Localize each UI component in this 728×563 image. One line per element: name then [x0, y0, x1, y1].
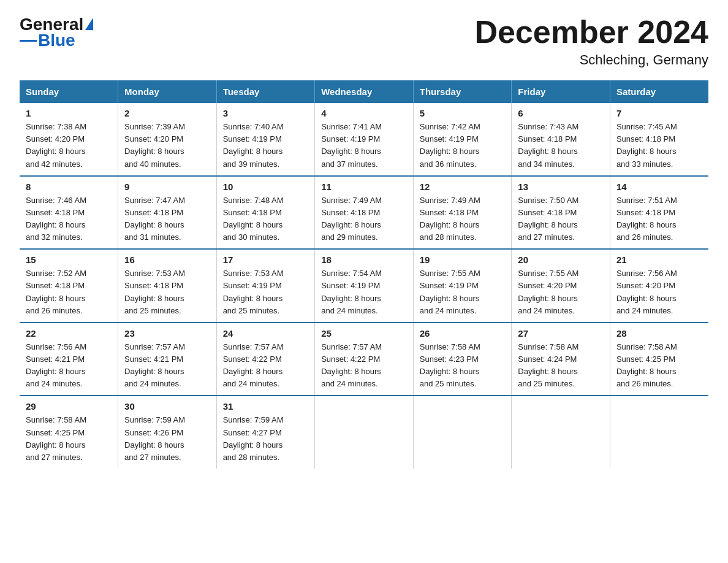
day-number: 23: [124, 328, 210, 339]
calendar-cell: 25Sunrise: 7:57 AM Sunset: 4:22 PM Dayli…: [315, 323, 414, 396]
day-number: 11: [321, 182, 407, 192]
day-number: 18: [321, 255, 407, 265]
day-number: 8: [26, 182, 112, 192]
day-info: Sunrise: 7:55 AM Sunset: 4:19 PM Dayligh…: [420, 267, 506, 317]
calendar-subtitle: Schleching, Germany: [474, 52, 708, 68]
calendar-table: SundayMondayTuesdayWednesdayThursdayFrid…: [20, 80, 708, 469]
day-info: Sunrise: 7:46 AM Sunset: 4:18 PM Dayligh…: [26, 194, 112, 244]
day-number: 9: [124, 182, 210, 192]
calendar-week-row: 29Sunrise: 7:58 AM Sunset: 4:25 PM Dayli…: [20, 396, 708, 469]
day-info: Sunrise: 7:38 AM Sunset: 4:20 PM Dayligh…: [26, 121, 112, 170]
calendar-cell: 10Sunrise: 7:48 AM Sunset: 4:18 PM Dayli…: [216, 176, 315, 250]
day-info: Sunrise: 7:43 AM Sunset: 4:18 PM Dayligh…: [518, 121, 604, 170]
calendar-cell: 31Sunrise: 7:59 AM Sunset: 4:27 PM Dayli…: [216, 396, 315, 469]
day-info: Sunrise: 7:53 AM Sunset: 4:18 PM Dayligh…: [124, 267, 210, 317]
day-info: Sunrise: 7:55 AM Sunset: 4:20 PM Dayligh…: [518, 267, 604, 317]
calendar-week-row: 15Sunrise: 7:52 AM Sunset: 4:18 PM Dayli…: [20, 249, 708, 323]
day-info: Sunrise: 7:57 AM Sunset: 4:21 PM Dayligh…: [124, 341, 210, 391]
day-number: 27: [518, 328, 604, 339]
day-info: Sunrise: 7:49 AM Sunset: 4:18 PM Dayligh…: [420, 194, 506, 244]
page-header: General Blue December 2024 Schleching, G…: [20, 15, 708, 68]
calendar-cell: 21Sunrise: 7:56 AM Sunset: 4:20 PM Dayli…: [610, 249, 708, 323]
day-info: Sunrise: 7:48 AM Sunset: 4:18 PM Dayligh…: [223, 194, 309, 244]
day-info: Sunrise: 7:45 AM Sunset: 4:18 PM Dayligh…: [616, 121, 702, 170]
calendar-cell: 16Sunrise: 7:53 AM Sunset: 4:18 PM Dayli…: [118, 249, 217, 323]
calendar-title: December 2024: [474, 15, 708, 50]
day-info: Sunrise: 7:57 AM Sunset: 4:22 PM Dayligh…: [223, 341, 309, 391]
calendar-cell: [512, 396, 610, 469]
day-info: Sunrise: 7:58 AM Sunset: 4:25 PM Dayligh…: [26, 414, 112, 464]
calendar-cell: 9Sunrise: 7:47 AM Sunset: 4:18 PM Daylig…: [118, 176, 217, 250]
calendar-cell: 18Sunrise: 7:54 AM Sunset: 4:19 PM Dayli…: [315, 249, 414, 323]
day-info: Sunrise: 7:54 AM Sunset: 4:19 PM Dayligh…: [321, 267, 407, 317]
day-number: 1: [26, 108, 112, 118]
day-info: Sunrise: 7:51 AM Sunset: 4:18 PM Dayligh…: [616, 194, 702, 244]
calendar-cell: 3Sunrise: 7:40 AM Sunset: 4:19 PM Daylig…: [216, 103, 315, 176]
calendar-cell: 26Sunrise: 7:58 AM Sunset: 4:23 PM Dayli…: [413, 323, 512, 396]
day-info: Sunrise: 7:53 AM Sunset: 4:19 PM Dayligh…: [223, 267, 309, 317]
calendar-week-row: 8Sunrise: 7:46 AM Sunset: 4:18 PM Daylig…: [20, 176, 708, 250]
day-info: Sunrise: 7:59 AM Sunset: 4:27 PM Dayligh…: [223, 414, 309, 464]
day-info: Sunrise: 7:58 AM Sunset: 4:23 PM Dayligh…: [420, 341, 506, 391]
logo-underline: [20, 40, 37, 42]
calendar-cell: 30Sunrise: 7:59 AM Sunset: 4:26 PM Dayli…: [118, 396, 217, 469]
day-info: Sunrise: 7:41 AM Sunset: 4:19 PM Dayligh…: [321, 121, 407, 170]
header-sunday: Sunday: [20, 80, 118, 103]
calendar-cell: 15Sunrise: 7:52 AM Sunset: 4:18 PM Dayli…: [20, 249, 118, 323]
day-info: Sunrise: 7:50 AM Sunset: 4:18 PM Dayligh…: [518, 194, 604, 244]
day-number: 10: [223, 182, 309, 192]
header-wednesday: Wednesday: [315, 80, 414, 103]
day-info: Sunrise: 7:59 AM Sunset: 4:26 PM Dayligh…: [124, 414, 210, 464]
day-info: Sunrise: 7:58 AM Sunset: 4:25 PM Dayligh…: [616, 341, 702, 391]
day-number: 16: [124, 255, 210, 265]
day-info: Sunrise: 7:39 AM Sunset: 4:20 PM Dayligh…: [124, 121, 210, 170]
calendar-cell: 12Sunrise: 7:49 AM Sunset: 4:18 PM Dayli…: [413, 176, 512, 250]
day-info: Sunrise: 7:52 AM Sunset: 4:18 PM Dayligh…: [26, 267, 112, 317]
day-number: 22: [26, 328, 112, 339]
header-monday: Monday: [118, 80, 217, 103]
calendar-cell: 28Sunrise: 7:58 AM Sunset: 4:25 PM Dayli…: [610, 323, 708, 396]
calendar-cell: 5Sunrise: 7:42 AM Sunset: 4:19 PM Daylig…: [413, 103, 512, 176]
day-number: 2: [124, 108, 210, 118]
header-thursday: Thursday: [413, 80, 512, 103]
calendar-cell: [413, 396, 512, 469]
calendar-cell: 22Sunrise: 7:56 AM Sunset: 4:21 PM Dayli…: [20, 323, 118, 396]
calendar-cell: 20Sunrise: 7:55 AM Sunset: 4:20 PM Dayli…: [512, 249, 610, 323]
calendar-cell: 23Sunrise: 7:57 AM Sunset: 4:21 PM Dayli…: [118, 323, 217, 396]
header-friday: Friday: [512, 80, 610, 103]
calendar-week-row: 22Sunrise: 7:56 AM Sunset: 4:21 PM Dayli…: [20, 323, 708, 396]
day-number: 14: [616, 182, 702, 192]
day-number: 24: [223, 328, 309, 339]
title-block: December 2024 Schleching, Germany: [474, 15, 708, 68]
calendar-cell: 7Sunrise: 7:45 AM Sunset: 4:18 PM Daylig…: [610, 103, 708, 176]
day-number: 4: [321, 108, 407, 118]
logo-blue: Blue: [38, 32, 75, 49]
header-saturday: Saturday: [610, 80, 708, 103]
calendar-cell: 29Sunrise: 7:58 AM Sunset: 4:25 PM Dayli…: [20, 396, 118, 469]
calendar-cell: 27Sunrise: 7:58 AM Sunset: 4:24 PM Dayli…: [512, 323, 610, 396]
day-number: 29: [26, 401, 112, 412]
day-number: 15: [26, 255, 112, 265]
day-number: 17: [223, 255, 309, 265]
calendar-cell: [315, 396, 414, 469]
calendar-cell: 4Sunrise: 7:41 AM Sunset: 4:19 PM Daylig…: [315, 103, 414, 176]
calendar-cell: 24Sunrise: 7:57 AM Sunset: 4:22 PM Dayli…: [216, 323, 315, 396]
day-number: 31: [223, 401, 309, 412]
day-info: Sunrise: 7:57 AM Sunset: 4:22 PM Dayligh…: [321, 341, 407, 391]
day-number: 21: [616, 255, 702, 265]
calendar-cell: 19Sunrise: 7:55 AM Sunset: 4:19 PM Dayli…: [413, 249, 512, 323]
day-info: Sunrise: 7:49 AM Sunset: 4:18 PM Dayligh…: [321, 194, 407, 244]
header-tuesday: Tuesday: [216, 80, 315, 103]
day-number: 19: [420, 255, 506, 265]
day-info: Sunrise: 7:42 AM Sunset: 4:19 PM Dayligh…: [420, 121, 506, 170]
calendar-cell: [610, 396, 708, 469]
calendar-header-row: SundayMondayTuesdayWednesdayThursdayFrid…: [20, 80, 708, 103]
day-info: Sunrise: 7:40 AM Sunset: 4:19 PM Dayligh…: [223, 121, 309, 170]
calendar-cell: 17Sunrise: 7:53 AM Sunset: 4:19 PM Dayli…: [216, 249, 315, 323]
calendar-cell: 13Sunrise: 7:50 AM Sunset: 4:18 PM Dayli…: [512, 176, 610, 250]
day-info: Sunrise: 7:47 AM Sunset: 4:18 PM Dayligh…: [124, 194, 210, 244]
day-number: 28: [616, 328, 702, 339]
calendar-cell: 2Sunrise: 7:39 AM Sunset: 4:20 PM Daylig…: [118, 103, 217, 176]
day-number: 13: [518, 182, 604, 192]
day-number: 6: [518, 108, 604, 118]
